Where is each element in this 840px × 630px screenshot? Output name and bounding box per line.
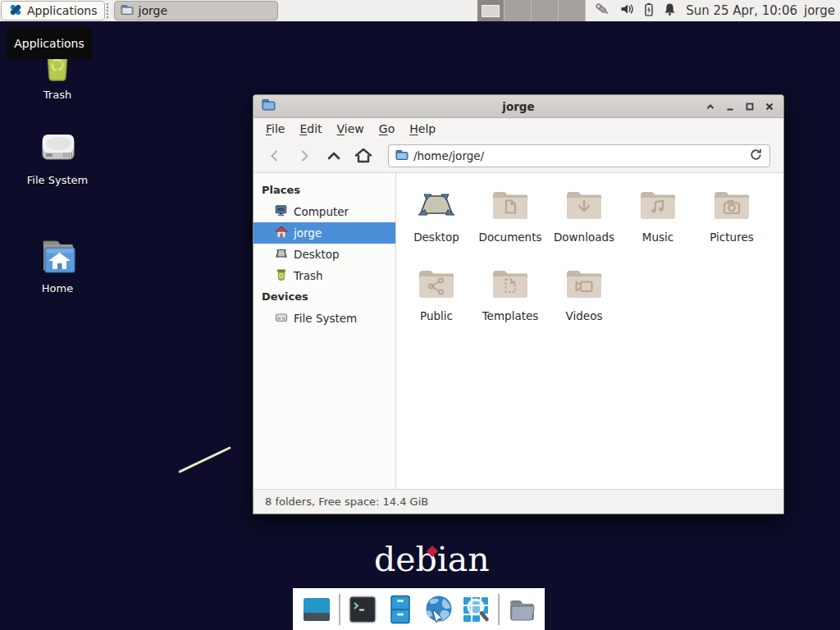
menu-file[interactable]: File xyxy=(258,118,292,139)
path-folder-icon xyxy=(395,148,409,164)
toolbar: /home/jorge/ xyxy=(253,139,783,172)
folder-item-label: Documents xyxy=(479,231,542,244)
system-tray xyxy=(594,2,676,20)
workspace-4[interactable] xyxy=(559,0,586,21)
menu-help[interactable]: Help xyxy=(402,118,443,139)
pictures-folder-icon xyxy=(712,181,751,229)
notifications-bell-icon[interactable] xyxy=(664,2,676,20)
workspace-switcher[interactable] xyxy=(477,0,586,21)
applications-tooltip: Applications xyxy=(7,27,92,59)
downloads-folder-icon xyxy=(564,181,604,229)
home-icon xyxy=(275,226,288,241)
workspace-3[interactable] xyxy=(532,0,559,21)
folder-item-desktop[interactable]: Desktop xyxy=(399,181,473,260)
folder-item-label: Music xyxy=(642,231,673,244)
dock-separator xyxy=(498,594,500,625)
statusbar-text: 8 folders, Free space: 14.4 GiB xyxy=(265,495,428,508)
folder-item-music[interactable]: Music xyxy=(621,181,695,260)
terminal-icon[interactable] xyxy=(347,594,378,625)
sidebar: Places Computer jorge Desktop xyxy=(253,173,396,489)
menu-edit[interactable]: Edit xyxy=(292,118,329,139)
applications-menu-button[interactable]: Applications xyxy=(1,1,105,21)
desktop-icon-file-system[interactable]: File System xyxy=(20,130,95,186)
maximize-button[interactable] xyxy=(743,100,756,112)
path-input[interactable]: /home/jorge/ xyxy=(413,149,744,162)
panel-separator-handle[interactable] xyxy=(107,3,112,18)
folder-item-templates[interactable]: Templates xyxy=(473,260,547,339)
sidebar-item-trash[interactable]: Trash xyxy=(253,265,395,286)
panel-user-menu[interactable]: jorge xyxy=(804,3,835,18)
sidebar-item-label: Trash xyxy=(294,269,323,282)
documents-folder-icon xyxy=(491,181,530,229)
home-folder-icon xyxy=(34,236,81,279)
computer-icon xyxy=(275,204,288,220)
desktop-icon-home[interactable]: Home xyxy=(20,236,95,294)
debian-wordmark: debian xyxy=(374,540,490,579)
xfce-logo-icon xyxy=(8,2,23,20)
music-folder-icon xyxy=(638,181,678,229)
workspace-2[interactable] xyxy=(504,0,532,21)
folder-item-videos[interactable]: Videos xyxy=(547,260,621,339)
panel-clock[interactable]: Sun 25 Apr, 10:06 xyxy=(686,3,797,18)
harddrive-icon xyxy=(34,130,80,171)
desktop-mini-icon xyxy=(275,247,288,262)
folder-item-public[interactable]: Public xyxy=(399,260,473,339)
file-manager-icon[interactable] xyxy=(506,594,537,625)
sidebar-item-jorge[interactable]: jorge xyxy=(253,222,395,244)
workspace-1[interactable] xyxy=(477,0,504,21)
dock-separator xyxy=(339,594,340,625)
folder-item-downloads[interactable]: Downloads xyxy=(547,181,621,260)
taskbar-window-button[interactable]: jorge xyxy=(114,1,278,21)
sidebar-item-computer[interactable]: Computer xyxy=(253,201,395,222)
trash-mini-icon xyxy=(275,268,288,284)
window-content: Places Computer jorge Desktop xyxy=(253,172,783,489)
desktop-icon-label: Home xyxy=(42,282,73,294)
folder-view[interactable]: Desktop Documents xyxy=(396,173,783,489)
menubar: File Edit View Go Help xyxy=(253,118,783,139)
folder-item-label: Public xyxy=(420,309,453,322)
sidebar-header-devices: Devices xyxy=(253,286,395,308)
sidebar-item-desktop[interactable]: Desktop xyxy=(253,244,395,265)
back-button[interactable] xyxy=(260,144,290,168)
volume-icon[interactable] xyxy=(620,2,634,19)
reload-icon[interactable] xyxy=(749,148,763,165)
minimize-button[interactable] xyxy=(724,100,736,112)
taskbar-window-label: jorge xyxy=(139,4,167,17)
battery-charging-icon[interactable] xyxy=(644,2,654,20)
sidebar-item-label: File System xyxy=(294,312,357,325)
applications-menu-label: Applications xyxy=(27,4,98,17)
drive-mini-icon xyxy=(275,311,288,326)
sidebar-item-label: jorge xyxy=(294,226,322,240)
up-button[interactable] xyxy=(319,144,349,168)
sidebar-item-file-system[interactable]: File System xyxy=(253,308,395,329)
top-panel: Applications jorge Sun 25 Apr, 10:06 jor… xyxy=(0,0,840,21)
folder-item-pictures[interactable]: Pictures xyxy=(695,181,769,260)
close-button[interactable] xyxy=(763,100,775,112)
path-bar[interactable]: /home/jorge/ xyxy=(388,144,770,167)
folder-item-label: Templates xyxy=(482,309,539,322)
sidebar-header-places: Places xyxy=(253,180,395,201)
forward-button[interactable] xyxy=(290,144,319,168)
show-desktop-icon[interactable] xyxy=(301,594,332,625)
web-browser-icon[interactable] xyxy=(422,594,454,625)
app-finder-icon[interactable] xyxy=(460,594,491,625)
desktop-special-icon xyxy=(416,181,457,229)
stylus-device-icon[interactable] xyxy=(594,2,610,20)
bottom-dock xyxy=(293,588,545,630)
menu-view[interactable]: View xyxy=(330,118,372,139)
menu-go[interactable]: Go xyxy=(372,118,402,139)
shade-button[interactable] xyxy=(704,100,716,112)
file-cabinet-icon[interactable] xyxy=(385,594,416,625)
videos-folder-icon xyxy=(564,260,604,308)
statusbar: 8 folders, Free space: 14.4 GiB xyxy=(253,489,783,514)
public-folder-icon xyxy=(417,260,456,308)
folder-item-label: Pictures xyxy=(710,231,753,244)
file-manager-window: jorge File Edit View Go Help /home/jorge… xyxy=(253,94,784,514)
folder-item-label: Videos xyxy=(566,309,603,322)
folder-item-label: Desktop xyxy=(413,231,459,244)
folder-item-documents[interactable]: Documents xyxy=(473,181,547,260)
window-titlebar[interactable]: jorge xyxy=(253,95,783,118)
home-button[interactable] xyxy=(349,144,378,168)
folder-icon xyxy=(121,4,134,18)
folder-item-label: Downloads xyxy=(554,231,614,244)
